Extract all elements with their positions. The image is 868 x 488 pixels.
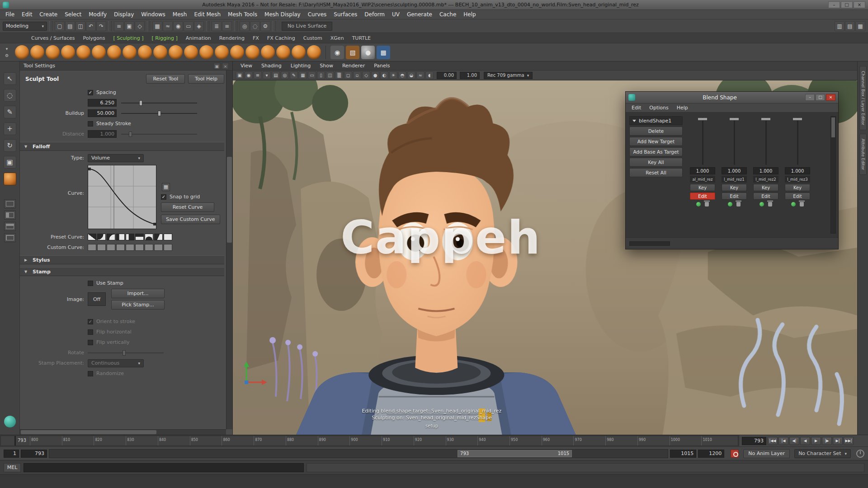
rotate-tool[interactable]: ↻ xyxy=(4,139,16,152)
sculpt-brush-icon[interactable] xyxy=(15,45,29,59)
viewport-scene[interactable]: Cappeh Editing blend shape target: Sven_… xyxy=(233,80,857,435)
target-enable-icon[interactable] xyxy=(728,202,732,206)
pinch-brush-icon[interactable] xyxy=(76,45,90,59)
flip-horizontal-checkbox[interactable] xyxy=(88,329,93,335)
preset-curve-half-icon[interactable] xyxy=(135,234,144,240)
command-line-language-button[interactable]: MEL xyxy=(4,463,21,472)
target-enable-icon[interactable] xyxy=(760,202,764,206)
preset-curve-bell-icon[interactable] xyxy=(145,234,153,240)
preset-curve-smooth-icon[interactable] xyxy=(97,234,106,240)
step-back-key-button[interactable]: ◀| xyxy=(789,437,799,445)
select-component-icon[interactable]: ◇ xyxy=(135,21,145,31)
menu-deform[interactable]: Deform xyxy=(361,10,388,19)
gate-mask-icon[interactable]: ◫ xyxy=(326,71,334,79)
target-edit-button[interactable]: Edit xyxy=(722,192,747,200)
menu-mesh[interactable]: Mesh xyxy=(169,10,191,19)
ipr-render-icon[interactable]: ◌ xyxy=(250,21,260,31)
blend-shape-maximize-button[interactable]: □ xyxy=(816,94,825,101)
shelf-tab-turtle[interactable]: TURTLE xyxy=(348,34,375,43)
four-pane-layout-button[interactable] xyxy=(4,233,16,242)
render-settings-icon[interactable]: ⚙ xyxy=(260,21,270,31)
motion-blur-icon[interactable]: ≈ xyxy=(416,71,425,79)
custom-curve-4-icon[interactable] xyxy=(116,244,125,251)
target-weight-slider[interactable] xyxy=(752,116,779,166)
preset-curve-linear-icon[interactable] xyxy=(88,234,96,240)
safe-action-icon[interactable]: ◻ xyxy=(344,71,352,79)
range-slider-active[interactable]: 793 1015 xyxy=(458,450,572,457)
target-weight-slider[interactable] xyxy=(784,116,811,166)
buildup-slider[interactable] xyxy=(121,110,197,117)
target-key-button[interactable]: Key xyxy=(785,184,810,191)
time-slider[interactable]: 793 800810820830840850860870880890900910… xyxy=(0,436,738,446)
shelf-gear-icon[interactable]: ⚙ xyxy=(4,53,10,59)
menu-mesh-display[interactable]: Mesh Display xyxy=(261,10,304,19)
fill-brush-icon[interactable] xyxy=(199,45,213,59)
grease-pencil-icon[interactable]: ✎ xyxy=(290,71,298,79)
tool-settings-vertical-scrollbar[interactable] xyxy=(226,70,232,429)
playback-speed-icon[interactable] xyxy=(856,450,864,458)
make-live-icon[interactable]: ◈ xyxy=(194,21,204,31)
go-to-range-end-button[interactable]: ▶▶| xyxy=(844,437,854,445)
imprint-brush-icon[interactable] xyxy=(153,45,167,59)
add-base-as-target-button[interactable]: Add Base As Target xyxy=(629,147,683,156)
curve-ruler-icon[interactable]: ▦ xyxy=(162,183,170,191)
stamp-image-off-button[interactable]: Off xyxy=(88,292,106,306)
save-custom-curve-button[interactable]: Save Custom Curve xyxy=(161,215,220,224)
flood-button-icon[interactable]: ◉ xyxy=(330,46,344,59)
stylus-section-header[interactable]: Stylus xyxy=(20,255,224,264)
custom-curve-8-icon[interactable] xyxy=(154,244,163,251)
custom-curve-7-icon[interactable] xyxy=(145,244,153,251)
target-edit-button[interactable]: Edit xyxy=(785,192,810,200)
reset-curve-button[interactable]: Reset Curve xyxy=(161,202,214,212)
exposure-field[interactable]: 0.00 xyxy=(437,72,457,79)
textured-icon[interactable]: ◐ xyxy=(380,71,388,79)
command-line-input[interactable] xyxy=(24,463,304,472)
slider-handle[interactable] xyxy=(793,117,802,121)
resolution-gate-icon[interactable]: ▯ xyxy=(317,71,325,79)
slider-handle[interactable] xyxy=(729,117,739,121)
falloff-section-header[interactable]: Falloff xyxy=(20,142,224,151)
step-back-frame-button[interactable]: |◀ xyxy=(778,437,788,445)
menu-set-dropdown[interactable]: Modeling xyxy=(3,22,47,31)
channel-box-toggle-icon[interactable]: ▥ xyxy=(835,21,844,31)
2d-pan-zoom-icon[interactable]: ◎ xyxy=(281,71,289,79)
custom-curve-1-icon[interactable] xyxy=(88,244,96,251)
erase-brush-icon[interactable] xyxy=(307,45,321,59)
select-object-icon[interactable]: ▣ xyxy=(124,21,134,31)
menu-modify[interactable]: Modify xyxy=(85,10,110,19)
bs-menu-help[interactable]: Help xyxy=(673,104,692,112)
reset-tool-button[interactable]: Reset Tool xyxy=(146,74,185,84)
open-scene-icon[interactable]: ▤ xyxy=(65,21,75,31)
menu-select[interactable]: Select xyxy=(61,10,85,19)
menu-edit[interactable]: Edit xyxy=(18,10,36,19)
bs-menu-options[interactable]: Options xyxy=(645,104,672,112)
foamy-brush-icon[interactable] xyxy=(107,45,121,59)
snap-to-grid-checkbox[interactable] xyxy=(161,194,166,200)
smooth-brush-icon[interactable] xyxy=(30,45,44,59)
close-panel-icon[interactable]: × xyxy=(222,63,229,69)
randomize-checkbox[interactable] xyxy=(88,371,93,376)
animation-end-field[interactable]: 1200 xyxy=(698,450,724,458)
snap-grid-icon[interactable]: ▦ xyxy=(152,21,162,31)
target-weight-value[interactable]: 1.000 xyxy=(690,167,715,174)
lasso-tool[interactable]: ◌ xyxy=(4,89,16,102)
gamma-field[interactable]: 1.00 xyxy=(460,72,480,79)
repeat-brush-icon[interactable] xyxy=(138,45,152,59)
target-enable-icon[interactable] xyxy=(696,202,701,206)
move-tool[interactable]: + xyxy=(4,122,16,135)
target-weight-value[interactable]: 1.000 xyxy=(753,167,778,174)
channel-box-tab[interactable]: Channel Box / Layer Editor xyxy=(859,66,867,130)
shelf-tab-animation[interactable]: Animation xyxy=(182,34,215,43)
lights-icon[interactable]: ☀ xyxy=(389,71,397,79)
grab-brush-icon[interactable] xyxy=(61,45,75,59)
shelf-tab-polygons[interactable]: Polygons xyxy=(79,34,109,43)
select-hierarchy-icon[interactable]: ≡ xyxy=(114,21,124,31)
image-plane-icon[interactable]: ▤ xyxy=(272,71,280,79)
snap-point-icon[interactable]: ◉ xyxy=(173,21,183,31)
shelf-tab-fx[interactable]: FX xyxy=(249,34,263,43)
occlusion-icon[interactable]: ◒ xyxy=(407,71,415,79)
menu-create[interactable]: Create xyxy=(36,10,61,19)
menu-file[interactable]: File xyxy=(2,10,18,19)
scrape-brush-icon[interactable] xyxy=(184,45,198,59)
target-delete-icon[interactable] xyxy=(705,202,709,206)
